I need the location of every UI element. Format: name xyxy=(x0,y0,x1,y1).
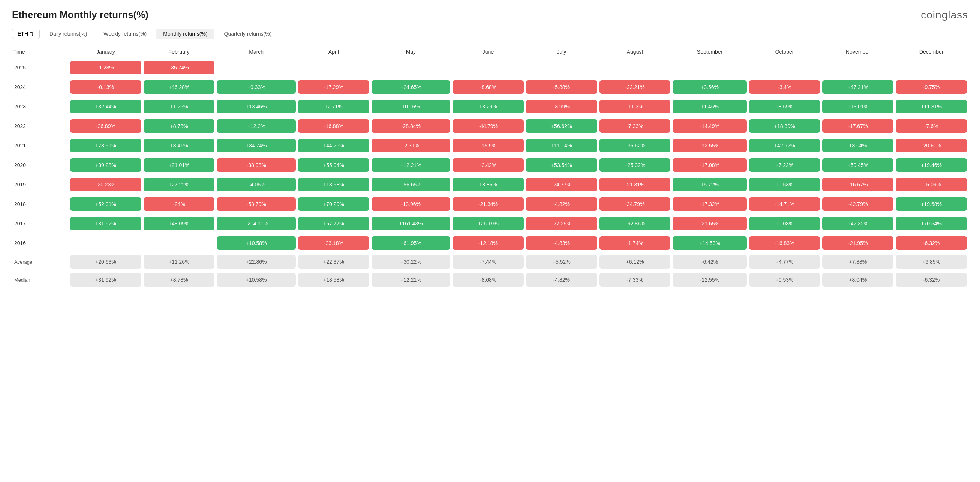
col-header-june: June xyxy=(451,46,525,58)
cell-value: +11.31% xyxy=(896,100,967,113)
data-cell: +8.41% xyxy=(142,136,216,155)
cell-value: +5.72% xyxy=(673,178,746,191)
footer-cell: +8.78% xyxy=(142,271,216,289)
tab-monthly[interactable]: Monthly returns(%) xyxy=(156,29,214,39)
data-cell: -20.23% xyxy=(69,175,142,194)
data-cell: +32.44% xyxy=(69,97,142,116)
footer-cell: -4.82% xyxy=(525,271,598,289)
footer-cell: +20.63% xyxy=(69,253,142,271)
data-cell: +12.2% xyxy=(216,116,297,136)
data-cell xyxy=(894,58,968,77)
data-cell: -11.3% xyxy=(598,97,672,116)
footer-cell: +4.77% xyxy=(748,253,821,271)
cell-value: +10.58% xyxy=(217,236,296,250)
footer-cell-value: +5.52% xyxy=(526,255,597,268)
col-header-august: August xyxy=(598,46,672,58)
data-cell: +35.62% xyxy=(598,136,672,155)
footer-cell-value: -6.32% xyxy=(896,273,967,287)
cell-value: -5.88% xyxy=(526,80,597,94)
cell-value: -53.79% xyxy=(217,197,296,211)
data-cell xyxy=(821,58,894,77)
year-cell: 2022 xyxy=(12,116,69,136)
cell-value: -13.96% xyxy=(372,197,450,211)
footer-cell: +22.86% xyxy=(216,253,297,271)
cell-value: -11.3% xyxy=(600,100,671,113)
tab-quarterly[interactable]: Quarterly returns(%) xyxy=(218,29,278,39)
cell-value: -21.31% xyxy=(600,178,671,191)
cell-value: +11.14% xyxy=(526,139,597,152)
data-cell: +9.33% xyxy=(216,77,297,97)
data-cell: -44.79% xyxy=(451,116,525,136)
footer-cell: +18.58% xyxy=(297,271,371,289)
cell-value: -1.28% xyxy=(70,61,142,74)
data-cell: -4.83% xyxy=(525,233,598,253)
cell-value: -4.82% xyxy=(526,197,597,211)
cell-value: +61.95% xyxy=(372,236,450,250)
data-cell: -2.42% xyxy=(451,155,525,175)
cell-value: -14.49% xyxy=(673,119,746,133)
cell-value: +9.33% xyxy=(217,80,296,94)
data-cell: +214.11% xyxy=(216,214,297,233)
cell-value: -27.29% xyxy=(526,217,597,230)
cell-value: +59.45% xyxy=(822,158,893,172)
data-cell: -15.09% xyxy=(894,175,968,194)
cell-value: +13.46% xyxy=(217,100,296,113)
cell-value: -24.77% xyxy=(526,178,597,191)
data-cell: +3.29% xyxy=(451,97,525,116)
data-cell: +34.74% xyxy=(216,136,297,155)
footer-row: Average+20.63%+11.26%+22.86%+22.37%+30.2… xyxy=(12,253,968,271)
footer-cell: +31.92% xyxy=(69,271,142,289)
cell-value: +12.21% xyxy=(372,158,450,172)
data-cell: +53.54% xyxy=(525,155,598,175)
data-cell: +19.46% xyxy=(894,155,968,175)
data-cell xyxy=(142,233,216,253)
data-cell: -17.67% xyxy=(821,116,894,136)
header: Ethereum Monthly returns(%) coinglass xyxy=(12,9,968,21)
cell-value: +2.71% xyxy=(298,100,369,113)
data-cell: +4.05% xyxy=(216,175,297,194)
data-cell: -3.99% xyxy=(525,97,598,116)
cell-value: -23.18% xyxy=(298,236,369,250)
table-row: 2023+32.44%+1.26%+13.46%+2.71%+0.16%+3.2… xyxy=(12,97,968,116)
data-cell xyxy=(748,58,821,77)
footer-cell-value: +31.92% xyxy=(70,273,142,287)
cell-value: +14.53% xyxy=(673,236,746,250)
table-row: 2022-26.89%+8.78%+12.2%-16.88%-28.84%-44… xyxy=(12,116,968,136)
data-cell: -15.9% xyxy=(451,136,525,155)
data-cell: -16.88% xyxy=(297,116,371,136)
data-cell: -42.79% xyxy=(821,194,894,214)
table-row: 2021+78.51%+8.41%+34.74%+44.29%-2.31%-15… xyxy=(12,136,968,155)
data-cell: -38.98% xyxy=(216,155,297,175)
data-cell: -8.68% xyxy=(451,77,525,97)
data-cell: -12.55% xyxy=(671,136,748,155)
data-cell: -21.95% xyxy=(821,233,894,253)
data-cell: +56.65% xyxy=(371,175,451,194)
data-cell: -26.89% xyxy=(69,116,142,136)
data-cell: -13.96% xyxy=(371,194,451,214)
table-row: 2019-20.23%+27.22%+4.05%+18.58%+56.65%+8… xyxy=(12,175,968,194)
footer-cell: -6.42% xyxy=(671,253,748,271)
data-cell: -35.74% xyxy=(142,58,216,77)
cell-value: +12.2% xyxy=(217,119,296,133)
data-cell: -12.18% xyxy=(451,233,525,253)
data-cell: +39.28% xyxy=(69,155,142,175)
cell-value: +47.21% xyxy=(822,80,893,94)
data-table-wrap: TimeJanuaryFebruaryMarchAprilMayJuneJuly… xyxy=(12,46,968,289)
tab-daily[interactable]: Daily returns(%) xyxy=(43,29,94,39)
data-cell: -23.18% xyxy=(297,233,371,253)
cell-value: +18.39% xyxy=(749,119,820,133)
footer-cell-value: +6.85% xyxy=(896,255,967,268)
tab-weekly[interactable]: Weekly returns(%) xyxy=(97,29,153,39)
asset-selector[interactable]: ETH ⇅ xyxy=(12,29,40,39)
cell-value: -2.42% xyxy=(452,158,524,172)
footer-cell-value: -12.55% xyxy=(673,273,746,287)
cell-value: +70.54% xyxy=(896,217,967,230)
data-cell: -22.21% xyxy=(598,77,672,97)
data-cell: -2.31% xyxy=(371,136,451,155)
data-cell: +8.69% xyxy=(748,97,821,116)
data-cell: +26.19% xyxy=(451,214,525,233)
footer-cell: +5.52% xyxy=(525,253,598,271)
cell-value: -14.71% xyxy=(749,197,820,211)
data-cell: +67.77% xyxy=(297,214,371,233)
data-cell: +161.43% xyxy=(371,214,451,233)
